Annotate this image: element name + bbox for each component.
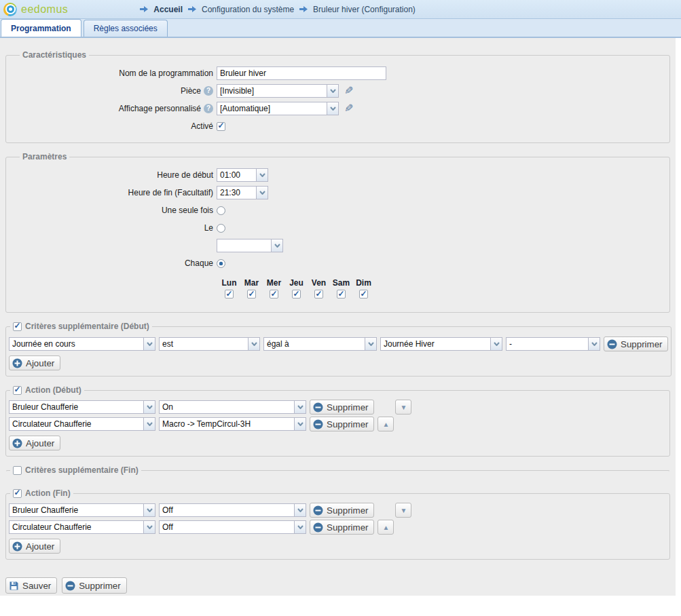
breadcrumb-item-configuration[interactable]: Configuration du système [202, 5, 294, 14]
chaque-radio[interactable] [217, 259, 225, 268]
criteres-fin-toggle-checkbox[interactable] [13, 466, 22, 475]
supprimer-program-button[interactable]: Supprimer [62, 577, 126, 594]
chevron-down-icon[interactable] [143, 418, 155, 430]
piece-select[interactable]: [Invisible] [217, 84, 339, 98]
breadcrumb-arrow-icon [139, 5, 149, 13]
day-label-lun: Lun [222, 278, 237, 288]
plus-circle-icon [12, 541, 22, 552]
supprimer-action-button[interactable]: Supprimer [310, 503, 374, 518]
section-parametres: Paramètres Heure de début 01:00 Heure de… [5, 152, 670, 313]
critere-value-select[interactable]: Journée Hiver [380, 337, 502, 351]
move-down-button[interactable]: ▼ [395, 503, 411, 518]
une-seule-fois-radio[interactable] [217, 206, 225, 215]
critere-operator-select[interactable]: égal à [263, 337, 377, 351]
minus-circle-icon [65, 581, 75, 591]
heure-debut-select[interactable]: 01:00 [217, 168, 268, 182]
supprimer-critere-button[interactable]: Supprimer [604, 336, 668, 351]
critere-verb-select[interactable]: est [159, 337, 260, 351]
ajouter-action-button[interactable]: Ajouter [9, 436, 60, 450]
minus-circle-icon [313, 522, 323, 533]
action-row: Circulateur Chaufferie Macro -> TempCirc… [9, 417, 667, 431]
chevron-down-icon[interactable] [256, 187, 268, 199]
section-legend: Critères supplémentaire (Fin) [25, 465, 139, 475]
heure-fin-select[interactable]: 21:30 [217, 186, 268, 199]
sauver-button[interactable]: Sauver [5, 577, 57, 594]
day-label-sam: Sam [333, 278, 350, 288]
tab-programmation[interactable]: Programmation [1, 19, 81, 37]
affichage-select[interactable]: [Automatique] [217, 102, 339, 115]
active-checkbox[interactable]: ✓ [217, 122, 225, 131]
app-header: eedomus Accueil Configuration du système… [0, 0, 681, 19]
help-icon[interactable]: ? [204, 86, 213, 96]
ajouter-critere-button[interactable]: Ajouter [9, 355, 60, 370]
action-value-select[interactable]: Off [159, 503, 306, 517]
action-device-select[interactable]: Bruleur Chaufferie [9, 503, 155, 517]
chevron-down-icon[interactable] [294, 521, 306, 533]
section-criteres-fin: Critères supplémentaire (Fin) [5, 465, 670, 480]
chevron-down-icon[interactable] [143, 338, 155, 350]
supprimer-action-button[interactable]: Supprimer [310, 417, 374, 431]
action-value-select[interactable]: Macro -> TempCircul-3H [159, 417, 306, 431]
arrow-down-icon: ▼ [401, 404, 407, 411]
save-floppy-icon [9, 581, 19, 591]
arrow-up-icon: ▲ [383, 421, 390, 428]
critere-extra-select[interactable]: - [506, 337, 600, 351]
chevron-down-icon[interactable] [143, 401, 155, 413]
edit-pencil-icon[interactable]: ✎ [344, 103, 353, 114]
chevron-down-icon[interactable] [294, 418, 306, 430]
chevron-down-icon[interactable] [271, 239, 282, 252]
action-device-select[interactable]: Bruleur Chaufferie [9, 400, 155, 414]
chevron-down-icon[interactable] [490, 338, 502, 350]
chevron-down-icon[interactable] [143, 521, 155, 533]
day-checkbox-jeu[interactable]: ✓ [292, 290, 301, 299]
criteres-debut-toggle-checkbox[interactable]: ✓ [13, 322, 22, 331]
chevron-down-icon[interactable] [294, 504, 306, 516]
chevron-down-icon[interactable] [294, 401, 306, 413]
piece-label: Pièce [181, 86, 201, 96]
move-down-button[interactable]: ▼ [395, 400, 411, 415]
supprimer-action-button[interactable]: Supprimer [310, 400, 374, 415]
le-date-select[interactable] [217, 239, 283, 252]
action-fin-toggle-checkbox[interactable]: ✓ [13, 489, 22, 498]
supprimer-action-button[interactable]: Supprimer [310, 520, 374, 535]
edit-pencil-icon[interactable]: ✎ [344, 85, 353, 96]
day-checkbox-lun[interactable]: ✓ [225, 290, 234, 299]
eedomus-wordmark: eedomus [21, 3, 68, 16]
chevron-down-icon[interactable] [256, 169, 268, 181]
arrow-down-icon: ▼ [401, 507, 407, 514]
minus-circle-icon [313, 402, 323, 412]
action-device-select[interactable]: Circulateur Chaufferie [9, 520, 155, 534]
action-debut-toggle-checkbox[interactable]: ✓ [13, 386, 22, 395]
action-device-select[interactable]: Circulateur Chaufferie [9, 417, 155, 431]
checkmark-icon: ✓ [270, 290, 277, 298]
chevron-down-icon[interactable] [327, 85, 338, 97]
le-label: Le [13, 223, 217, 233]
chevron-down-icon[interactable] [365, 338, 376, 350]
action-row: Bruleur Chaufferie On Supprimer ▼ [9, 400, 667, 415]
breadcrumb-item-accueil[interactable]: Accueil [153, 5, 183, 14]
move-up-button[interactable]: ▲ [378, 417, 394, 431]
minus-circle-icon [313, 419, 323, 429]
chevron-down-icon[interactable] [248, 338, 259, 350]
critere-variable-select[interactable]: Journée en cours [9, 337, 155, 351]
action-value-select[interactable]: On [159, 400, 306, 414]
day-checkbox-mar[interactable]: ✓ [247, 290, 256, 299]
day-checkbox-ven[interactable]: ✓ [314, 290, 323, 299]
day-checkbox-dim[interactable]: ✓ [359, 290, 368, 299]
main-content: Caractéristiques Nom de la programmation… [0, 38, 676, 596]
day-checkbox-sam[interactable]: ✓ [337, 290, 346, 299]
move-up-button[interactable]: ▲ [378, 520, 394, 535]
help-icon[interactable]: ? [204, 104, 213, 113]
action-row: Bruleur Chaufferie Off Supprimer ▼ [9, 503, 667, 518]
chevron-down-icon[interactable] [588, 338, 600, 350]
eedomus-logo[interactable]: eedomus [3, 3, 68, 16]
tab-regles-associees[interactable]: Règles associées [84, 20, 168, 37]
footer-toolbar: Sauver Supprimer [5, 577, 676, 594]
nom-input[interactable] [217, 66, 386, 80]
day-checkbox-mer[interactable]: ✓ [270, 290, 278, 299]
action-value-select[interactable]: Off [159, 520, 306, 534]
le-radio[interactable] [217, 224, 225, 233]
chevron-down-icon[interactable] [327, 102, 338, 115]
chevron-down-icon[interactable] [143, 504, 155, 516]
ajouter-action-button[interactable]: Ajouter [9, 539, 60, 554]
